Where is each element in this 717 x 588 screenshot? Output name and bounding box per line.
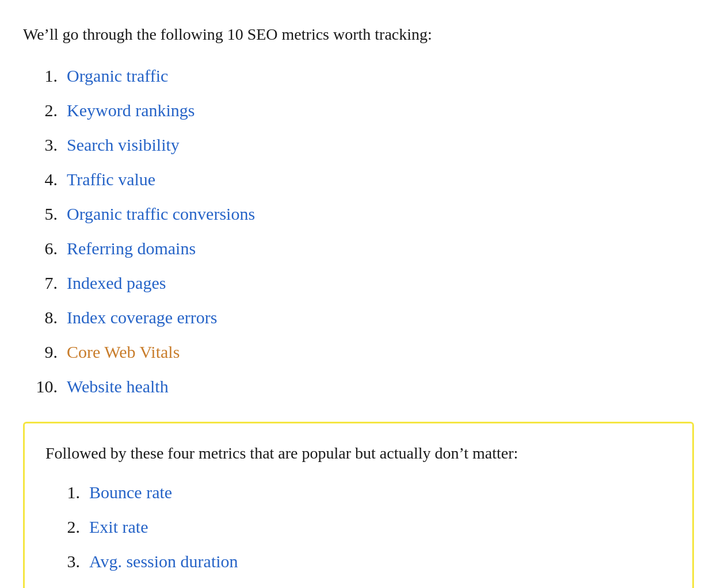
- list-number: 10.: [23, 375, 58, 399]
- list-item: 7. Indexed pages: [23, 271, 694, 295]
- avg-session-duration-link[interactable]: Avg. session duration: [89, 549, 238, 574]
- core-web-vitals-link[interactable]: Core Web Vitals: [67, 340, 180, 364]
- list-number: 1.: [23, 64, 58, 88]
- keyword-rankings-link[interactable]: Keyword rankings: [67, 98, 194, 123]
- list-number: 8.: [23, 306, 58, 330]
- list-item: 4. Traffic value: [23, 167, 694, 192]
- list-item: 6. Referring domains: [23, 236, 694, 261]
- website-health-link[interactable]: Website health: [67, 375, 169, 399]
- list-number: 4.: [23, 167, 58, 192]
- list-number: 3.: [23, 133, 58, 157]
- sub-list: 1. Bounce rate 2. Exit rate 3. Avg. sess…: [45, 480, 672, 588]
- list-number: 6.: [23, 236, 58, 261]
- list-item: 4. Pages per visit or session: [45, 584, 672, 588]
- organic-traffic-link[interactable]: Organic traffic: [67, 64, 168, 88]
- callout-box: Followed by these four metrics that are …: [23, 422, 694, 588]
- list-item: 3. Avg. session duration: [45, 549, 672, 574]
- bounce-rate-link[interactable]: Bounce rate: [89, 480, 172, 505]
- search-visibility-link[interactable]: Search visibility: [67, 133, 180, 157]
- callout-intro-text: Followed by these four metrics that are …: [45, 442, 672, 464]
- list-item: 1. Bounce rate: [45, 480, 672, 505]
- list-number: 5.: [23, 202, 58, 226]
- referring-domains-link[interactable]: Referring domains: [67, 236, 196, 261]
- main-list: 1. Organic traffic 2. Keyword rankings 3…: [23, 64, 694, 399]
- intro-text: We’ll go through the following 10 SEO me…: [23, 23, 694, 45]
- list-item: 3. Search visibility: [23, 133, 694, 157]
- list-number: 4.: [45, 584, 80, 588]
- organic-traffic-conversions-link[interactable]: Organic traffic conversions: [67, 202, 255, 226]
- exit-rate-link[interactable]: Exit rate: [89, 515, 148, 539]
- list-item: 9. Core Web Vitals: [23, 340, 694, 364]
- list-number: 2.: [45, 515, 80, 539]
- list-item: 10. Website health: [23, 375, 694, 399]
- indexed-pages-link[interactable]: Indexed pages: [67, 271, 166, 295]
- list-number: 9.: [23, 340, 58, 364]
- pages-per-visit-link[interactable]: Pages per visit or session: [89, 584, 263, 588]
- list-number: 7.: [23, 271, 58, 295]
- list-number: 2.: [23, 98, 58, 123]
- list-item: 5. Organic traffic conversions: [23, 202, 694, 226]
- traffic-value-link[interactable]: Traffic value: [67, 167, 155, 192]
- list-number: 3.: [45, 549, 80, 574]
- list-number: 1.: [45, 480, 80, 505]
- list-item: 2. Keyword rankings: [23, 98, 694, 123]
- list-item: 8. Index coverage errors: [23, 306, 694, 330]
- list-item: 1. Organic traffic: [23, 64, 694, 88]
- list-item: 2. Exit rate: [45, 515, 672, 539]
- index-coverage-errors-link[interactable]: Index coverage errors: [67, 306, 218, 330]
